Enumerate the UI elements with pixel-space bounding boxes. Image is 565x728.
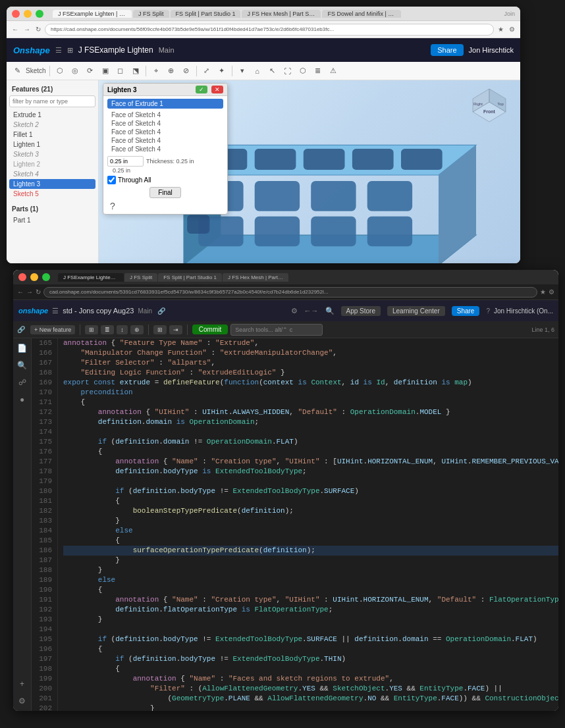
settings-code-icon[interactable]: ⚙ [15,694,30,708]
toolbar-btn3[interactable]: ↕ [117,325,128,334]
code-minimize-button[interactable] [30,273,38,281]
share-button[interactable]: Share [431,44,463,56]
feature-filter[interactable] [9,95,95,107]
toolbar-btn6[interactable]: ⇥ [169,325,182,334]
code-tab-2[interactable]: J FS Split [124,273,157,282]
url-bar[interactable]: https://cad.onshape.com/documents/56f09c… [45,24,494,36]
face-item-5[interactable]: Face of Sketch 4 [107,145,223,153]
feature-sketch5[interactable]: Sketch 5 [9,189,95,199]
feature-fillet1[interactable]: Fillet 1 [9,130,95,140]
toolbar-btn2[interactable]: ≣ [101,325,114,334]
tool10[interactable]: ⤢ [200,65,213,78]
tool13[interactable]: ⌂ [251,65,264,78]
bookmark-button[interactable]: ★ [497,24,505,34]
search-tools-input[interactable]: Search tools... alt/⌃ c [230,324,323,336]
commit-button[interactable]: Commit [192,325,228,334]
code-tab-3[interactable]: FS Split | Part Studio 1 [158,273,222,282]
through-all-checkbox[interactable] [107,176,116,184]
feature-sketch3[interactable]: Sketch 3 [9,149,95,159]
tool8[interactable]: ⊕ [165,65,178,78]
add-icon[interactable]: + [15,677,30,691]
debug-icon[interactable]: ● [15,392,30,407]
code-editor[interactable]: 165 166 167 168 169 170 171 172 173 174 … [32,338,558,711]
tool15[interactable]: ⛶ [281,65,294,78]
feature-sketch2[interactable]: Sketch 2 [9,120,95,130]
code-share-button[interactable]: Share [452,306,480,316]
search-code-icon[interactable]: 🔍 [15,358,30,373]
code-hamburger-icon[interactable]: ☰ [52,307,59,315]
tool9[interactable]: ⊘ [180,65,193,78]
tab-fsexample[interactable]: J FSExample Lighten | Ph... [53,10,132,18]
hamburger-icon[interactable]: ☰ [55,46,62,55]
code-bookmark-button[interactable]: ★ [540,288,546,296]
extensions-button[interactable]: ⚙ [508,24,516,34]
code-content: 165 166 167 168 169 170 171 172 173 174 … [32,338,558,711]
code-ext-button[interactable]: ⚙ [549,288,554,296]
code-close-button[interactable] [18,273,26,281]
view-cube[interactable]: Front Right Top [466,86,512,132]
sketch-label[interactable]: Sketch [26,67,46,74]
tool3[interactable]: ⟳ [84,65,97,78]
feature-lighten1[interactable]: Lighten 1 [9,140,95,149]
tab-fssplit[interactable]: J FS Split [133,10,169,18]
plus-icon: + [34,326,38,333]
tool6[interactable]: ⬔ [129,65,142,78]
code-forward-button[interactable]: → [26,288,33,296]
face-item-1[interactable]: Face of Sketch 4 [107,111,223,119]
code-url-bar[interactable]: cad.onshape.com/documents/5391cd76833931… [43,287,537,298]
back-button[interactable]: ← [11,24,20,34]
dialog-cancel-button[interactable]: ✕ [211,86,223,93]
toolbar-btn5[interactable]: ⊞ [153,325,167,334]
thickness-input[interactable] [107,156,144,167]
tool16[interactable]: ⬡ [296,65,309,78]
git-icon[interactable]: ☍ [15,375,30,390]
code-lines: annotation { "Feature Type Name" : "Extr… [58,338,558,711]
toolbar-btn1[interactable]: ⊞ [85,325,98,334]
tool1[interactable]: ⬡ [53,65,67,78]
feature-sketch4[interactable]: Sketch 4 [9,169,95,179]
code-tab-1[interactable]: J FSExample Lighten | Ph... [58,273,124,282]
minimize-button[interactable] [24,10,32,18]
app-store-button[interactable]: App Store [341,306,381,316]
part1[interactable]: Part 1 [9,215,95,225]
tool17[interactable]: ≣ [311,65,325,78]
tool12[interactable]: ▾ [236,65,249,78]
svg-text:Front: Front [483,109,496,114]
maximize-button[interactable] [36,10,43,18]
forward-button[interactable]: → [22,24,32,34]
selected-face[interactable]: Face of Extrude 1 [107,99,223,109]
code-refresh-button[interactable]: ↻ [36,288,41,296]
tool11[interactable]: ✦ [215,65,229,78]
close-button[interactable] [12,10,20,18]
explorer-icon[interactable]: 📄 [15,341,30,355]
code-maximize-button[interactable] [42,273,50,281]
face-item-3[interactable]: Face of Sketch 4 [107,128,223,136]
feature-extrude1[interactable]: Extrude 1 [9,110,95,120]
learning-center-button[interactable]: Learning Center [387,306,445,316]
tab-fssplit2[interactable]: FS Split | Part Studio 1 [171,10,241,18]
refresh-button[interactable]: ↻ [34,24,42,34]
tool7[interactable]: ⌖ [149,65,163,78]
code-back-button[interactable]: ← [17,288,24,296]
new-feature-button[interactable]: + New feature [30,325,75,334]
face-item-4[interactable]: Face of Sketch 4 [107,136,223,145]
tool18[interactable]: ⚠ [327,65,340,78]
feature-lighten3[interactable]: Lighten 3 [9,179,95,189]
tool4[interactable]: ▣ [99,65,112,78]
tool14[interactable]: ↖ [266,65,279,78]
question-icon[interactable]: ? [486,307,490,315]
settings-icon[interactable]: ⚙ [291,307,298,315]
tab-dowel[interactable]: FS Dowel and Minifix | D... [322,10,401,18]
sketch-tool[interactable]: ✎ [11,65,24,78]
final-button[interactable]: Final [149,187,181,198]
search-icon[interactable]: 🔍 [325,307,335,315]
tool5[interactable]: ◻ [114,65,127,78]
feature-lighten2[interactable]: Lighten 2 [9,159,95,169]
face-item-2[interactable]: Face of Sketch 4 [107,119,223,128]
tab-hexmesh[interactable]: J FS Hex Mesh | Part Stu... [242,10,321,18]
toolbar-btn4[interactable]: ⊕ [130,325,144,334]
tool2[interactable]: ◎ [68,65,82,78]
code-tab-4[interactable]: J FS Hex Mesh | Part Stu... [223,273,288,282]
3d-viewport[interactable]: Lighten 3 ✓ ✕ Face of Extrude 1 Face of … [99,80,520,263]
dialog-ok-button[interactable]: ✓ [196,86,207,93]
